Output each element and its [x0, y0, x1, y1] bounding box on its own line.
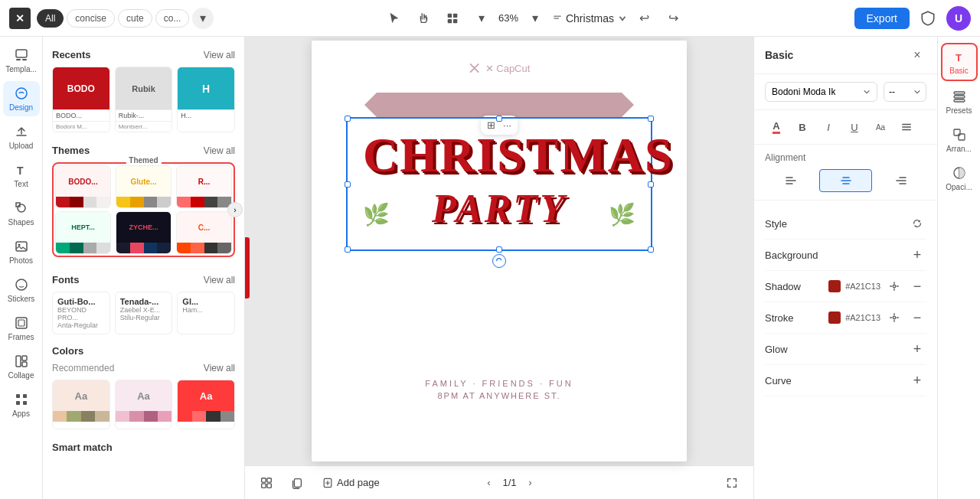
recent-card-2[interactable]: H H... — [177, 67, 235, 132]
font-card-sub2-0: Anta-Regular — [57, 321, 105, 329]
sidebar-item-design[interactable]: Design — [3, 81, 40, 116]
theme-card-5[interactable]: C... — [176, 211, 232, 254]
curve-add-button[interactable]: + — [908, 371, 926, 390]
sidebar-item-frames[interactable]: Frames — [3, 311, 40, 346]
selected-text-block[interactable]: CHRISTMAS 🌿 PARTY 🌿 — [346, 117, 652, 251]
stroke-settings-button[interactable] — [885, 308, 903, 327]
bold-button[interactable]: B — [791, 116, 814, 138]
font-card-1[interactable]: Tenada-... Zaebel X-E... Stilu-Regular — [115, 292, 173, 334]
filter-tag-all[interactable]: All — [37, 9, 64, 28]
sidebar-item-stickers-label: Stickers — [8, 295, 35, 303]
svg-rect-13 — [16, 242, 27, 251]
color-palette-label-1: Aa — [137, 390, 150, 402]
add-page-button[interactable]: Add page — [315, 474, 386, 492]
svg-rect-2 — [448, 18, 452, 22]
theme-card-0[interactable]: BODO... — [55, 165, 111, 208]
handle-tm[interactable] — [496, 116, 502, 122]
pointer-tool-button[interactable] — [382, 6, 407, 31]
themes-title: Themes — [52, 145, 90, 156]
sidebar-item-photos[interactable]: Photos — [3, 234, 40, 269]
themes-view-all[interactable]: View all — [204, 145, 235, 156]
color-palette-0[interactable]: Aa — [52, 380, 110, 429]
sidebar-item-templates[interactable]: Templa... — [3, 43, 40, 78]
align-right-button[interactable] — [875, 169, 926, 192]
close-panel-button[interactable]: × — [908, 46, 926, 64]
glow-add-button[interactable]: + — [908, 340, 926, 358]
underline-button[interactable]: U — [843, 116, 866, 138]
text-color-button[interactable]: A — [765, 116, 788, 138]
bottom-expand-button[interactable] — [720, 471, 744, 495]
smart-match-section: Smart match — [43, 434, 244, 460]
right-sidebar-item-opacity[interactable]: Opaci... — [941, 161, 978, 196]
case-button[interactable]: Aa — [869, 116, 892, 138]
layout-tool-button[interactable] — [440, 6, 465, 31]
recent-card-0[interactable]: BODO BODO... Bodoni M... — [52, 67, 110, 132]
sidebar-item-stickers[interactable]: Stickers — [3, 272, 40, 308]
sidebar-item-collage[interactable]: Collage — [3, 349, 40, 384]
canvas-content[interactable]: ✕ CapCut ⊞ ··· — [245, 37, 753, 465]
bottom-copy-button[interactable] — [285, 471, 309, 495]
svg-rect-16 — [16, 318, 27, 328]
svg-rect-35 — [954, 96, 965, 98]
themes-grid-top: BODO... Glute... — [55, 165, 232, 208]
theme-card-4[interactable]: ZYCHE... — [116, 211, 172, 254]
colors-view-all[interactable]: View all — [204, 363, 235, 373]
right-sidebar-item-basic[interactable]: T Basic — [941, 43, 978, 81]
list-button[interactable] — [895, 116, 918, 138]
right-sidebar-item-arrange[interactable]: Arran... — [941, 122, 978, 158]
svg-rect-38 — [959, 134, 965, 140]
font-card-0[interactable]: Guti-Bo... BEYOND PRO... Anta-Regular — [52, 292, 110, 334]
filter-tag-concise[interactable]: concise — [67, 9, 115, 28]
sidebar-item-apps[interactable]: Apps — [3, 387, 40, 422]
zoom-tool-button[interactable]: ▾ — [469, 6, 494, 31]
font-size-label: -- — [889, 86, 895, 97]
app-logo[interactable]: ✕ — [9, 8, 31, 29]
sidebar-item-text[interactable]: T Text — [3, 158, 40, 193]
page-next-button[interactable]: › — [520, 472, 541, 494]
themes-next-arrow[interactable]: › — [227, 202, 243, 217]
fonts-view-all[interactable]: View all — [204, 275, 235, 285]
handle-tl[interactable] — [345, 116, 351, 122]
shadow-remove-button[interactable]: − — [908, 277, 926, 295]
style-refresh-button[interactable] — [908, 214, 926, 233]
color-palette-label-0: Aa — [75, 390, 88, 402]
color-palette-2[interactable]: Aa — [177, 380, 235, 429]
filter-tag-co[interactable]: co... — [155, 9, 190, 28]
hand-tool-button[interactable] — [411, 6, 436, 31]
theme-card-1[interactable]: Glute... — [116, 165, 172, 208]
recents-grid: BODO BODO... Bodoni M... Rubik Rubik-...… — [52, 67, 235, 132]
page-prev-button[interactable]: ‹ — [478, 472, 499, 494]
background-add-button[interactable]: + — [908, 246, 926, 264]
svg-rect-36 — [954, 99, 965, 102]
recent-card-1[interactable]: Rubik Rubik-... Montserr... — [115, 67, 173, 132]
stroke-remove-button[interactable]: − — [908, 308, 926, 327]
svg-rect-3 — [453, 18, 457, 22]
filter-more-button[interactable]: ▾ — [192, 8, 214, 29]
color-palette-1[interactable]: Aa — [115, 380, 173, 429]
align-center-button[interactable] — [819, 169, 872, 192]
filter-tag-cute[interactable]: cute — [118, 9, 152, 28]
theme-card-2[interactable]: R... — [176, 165, 232, 208]
font-size-selector[interactable]: -- — [884, 82, 926, 102]
undo-button[interactable]: ↩ — [632, 6, 657, 31]
recents-view-all[interactable]: View all — [204, 50, 235, 60]
handle-tr[interactable] — [648, 116, 654, 122]
zoom-dropdown-button[interactable]: ▾ — [523, 6, 547, 31]
user-avatar[interactable]: U — [946, 6, 971, 31]
rotate-handle[interactable] — [492, 254, 506, 268]
font-selector[interactable]: Bodoni Moda Ik — [765, 82, 877, 102]
font-card-2[interactable]: Gl... Ham... — [177, 292, 235, 334]
align-left-button[interactable] — [765, 169, 816, 192]
bottom-bar: Add page ‹ 1/1 › — [245, 465, 753, 499]
shadow-settings-button[interactable] — [885, 277, 903, 295]
italic-button[interactable]: I — [817, 116, 840, 138]
bottom-grid-button[interactable] — [254, 471, 279, 495]
sidebar-item-upload[interactable]: Upload — [3, 119, 40, 155]
theme-card-3[interactable]: HEPT... — [55, 211, 111, 254]
export-button[interactable]: Export — [854, 8, 910, 29]
bottom-text-block: FAMILY · FRIENDS · FUN 8PM AT ANYWHERE S… — [384, 379, 614, 400]
design-canvas[interactable]: ✕ CapCut ⊞ ··· — [312, 41, 687, 461]
redo-button[interactable]: ↪ — [662, 6, 686, 31]
right-sidebar-item-presets[interactable]: Presets — [941, 84, 978, 119]
sidebar-item-shapes[interactable]: Shapes — [3, 196, 40, 231]
